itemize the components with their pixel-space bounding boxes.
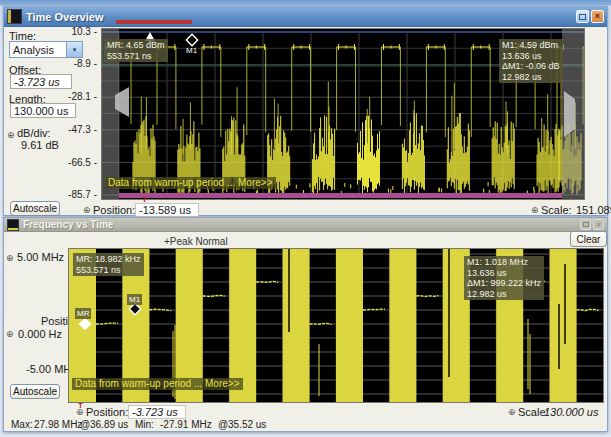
ytick-2: -28.1 (59, 91, 97, 102)
max-label: Max: (11, 419, 33, 430)
m1-readout: M1: 1.018 MHz 13.636 us ΔM1: 999.222 kHz… (464, 256, 544, 300)
restore-button[interactable] (580, 219, 591, 230)
time-overview-titlebar[interactable]: Time Overview × (4, 7, 607, 27)
dbdiv-value[interactable]: 9.61 dB (21, 139, 59, 151)
ytop-anchor-icon[interactable]: ⊕ (6, 254, 14, 263)
frequency-vs-time-icon (7, 219, 19, 231)
close-button[interactable]: × (591, 10, 604, 23)
freq-time-plot[interactable]: MR: 18.982 kHz 553.571 ns M1: 1.018 MHz … (68, 248, 604, 403)
max-at-value: 36.89 us (90, 419, 128, 430)
max-value: 27.98 MHz (34, 419, 82, 430)
frequency-vs-time-window: Frequency vs Time × +Peak Normal Clear ⊕… (3, 217, 608, 432)
min-label: Min: (135, 419, 154, 430)
dbdiv-label: dB/div: (17, 127, 51, 139)
autoscale-button[interactable]: Autoscale (10, 384, 60, 399)
position-label: Position: (86, 406, 128, 418)
ytick-4: -66.5 (59, 157, 97, 168)
mr-readout: MR: 4.65 dBm 553.571 ns (104, 39, 168, 62)
time-overview-window: Time Overview × Time: Analysis ▼ Offset:… (3, 6, 608, 216)
restore-icon (579, 14, 586, 20)
trace-mode-label: +Peak Normal (164, 236, 228, 247)
overview-plot[interactable]: MR: 4.65 dBm 553.571 ns M1 M1: 4.59 dBm … (101, 28, 585, 200)
warmup-message[interactable]: Data from warm-up period ... More>> (105, 177, 276, 189)
length-field[interactable]: 130.000 us (10, 103, 76, 118)
ytick-5: -85.7 (59, 189, 97, 200)
time-overview-icon (7, 9, 22, 24)
trigger-mark: T (78, 402, 83, 410)
window-title: Frequency vs Time (23, 219, 113, 230)
restore-icon (583, 222, 589, 227)
warmup-message[interactable]: Data from warm-up period ... More>> (72, 378, 243, 390)
max-at-symbol: @ (80, 419, 90, 430)
scale-anchor-icon[interactable]: ⊕ (508, 408, 516, 417)
position-field[interactable]: -3.723 us (128, 405, 186, 419)
dropdown-arrow-icon[interactable]: ▼ (66, 42, 82, 57)
time-select-value: Analysis (10, 44, 66, 56)
ytick-1: -8.9 (59, 58, 97, 69)
m1-readout: M1: 4.59 dBm 13.636 us ΔM1: -0.06 dB 12.… (499, 39, 563, 83)
scale-value[interactable]: 130.000 us (544, 406, 598, 418)
close-button[interactable]: × (593, 219, 604, 230)
y-top-label: 5.00 MHz (17, 251, 64, 263)
scale-anchor-icon[interactable]: ⊕ (531, 206, 539, 215)
trigger-mark: T (142, 196, 147, 204)
frequency-vs-time-titlebar[interactable]: Frequency vs Time × (4, 218, 607, 232)
restore-button[interactable] (576, 10, 589, 23)
side-position-value[interactable]: 0.000 Hz (18, 328, 62, 340)
mr-readout: MR: 18.982 kHz 553.571 ns (73, 253, 144, 276)
ytick-0: 10.3 (59, 26, 97, 37)
min-at-value: 35.52 us (228, 419, 266, 430)
clear-button[interactable]: Clear (570, 231, 607, 247)
dbdiv-anchor-icon[interactable]: ⊕ (7, 131, 15, 140)
min-value: -27.91 MHz (160, 419, 212, 430)
ytick-3: -47.3 (59, 124, 97, 135)
mr-marker-label: MR (75, 308, 91, 319)
analysis-length-bar[interactable] (119, 193, 562, 198)
m1-marker-label: M1 (186, 46, 197, 55)
acquisition-indicator-bar (116, 20, 192, 24)
m1-marker-label: M1 (127, 294, 142, 305)
time-select[interactable]: Analysis ▼ (9, 41, 83, 58)
side-position-anchor-icon[interactable]: ⊕ (6, 330, 14, 339)
position-anchor-icon[interactable]: ⊕ (83, 206, 91, 215)
position-field[interactable]: -13.589 us (135, 203, 199, 217)
scale-value[interactable]: 151.089 us (576, 204, 611, 216)
autoscale-button[interactable]: Autoscale (10, 201, 60, 216)
offset-field[interactable]: -3.723 us (10, 74, 72, 89)
right-region-handle[interactable] (564, 91, 575, 137)
min-at-symbol: @ (218, 419, 228, 430)
position-label: Position: (93, 204, 135, 216)
scale-label: Scale: (541, 204, 572, 216)
window-title: Time Overview (26, 11, 103, 23)
